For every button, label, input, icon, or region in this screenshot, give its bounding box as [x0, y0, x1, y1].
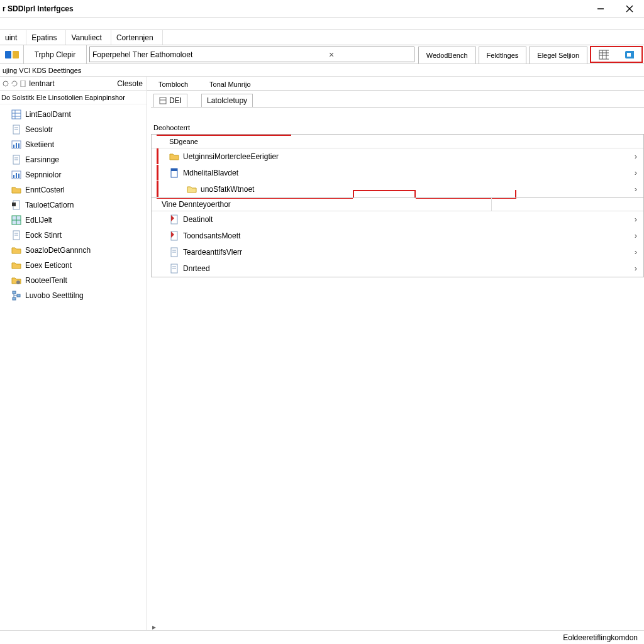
- sidebar-item[interactable]: LintEaolDarnt: [0, 107, 147, 122]
- highlight-marker: [414, 190, 416, 197]
- sidebar-item[interactable]: TauloetCatlorn: [0, 197, 147, 213]
- window-title: r SDDlprl Interfgces: [0, 4, 74, 13]
- svg-rect-11: [627, 53, 631, 57]
- chevron-right-icon[interactable]: ›: [628, 264, 643, 273]
- svg-rect-43: [13, 297, 16, 300]
- highlight-marker: [353, 190, 354, 197]
- scroll-indicator-icon[interactable]: ▸: [151, 624, 157, 630]
- highlight-marker: [157, 135, 291, 136]
- status-text: Eoldeeretiflingkomdon: [563, 633, 638, 642]
- sidebar-header: Ientnart Clesote: [0, 77, 147, 91]
- sidebar-item[interactable]: Sepnniolor: [0, 167, 147, 182]
- main-tab[interactable]: Tonal Munrijo: [204, 79, 255, 90]
- history-dropdown[interactable]: Trphp Clepir: [24, 45, 87, 64]
- sidebar-item[interactable]: Eoex Eeticont: [0, 258, 147, 273]
- section1-panel: SDgeane UetginnsiMortercIeeEerigtier›Mdh…: [151, 134, 644, 277]
- sidebar-item[interactable]: Luvobo Seetttilng: [0, 288, 147, 303]
- sidebar-item-label: Eock Stinrt: [25, 231, 62, 240]
- row-label: MdhelitalBlavdet: [183, 169, 238, 177]
- title-bar: r SDDlprl Interfgces: [0, 0, 644, 18]
- address-text: Foperpehel Ther Eathomoloet: [92, 50, 252, 59]
- sidebar-item[interactable]: Earsinnge: [0, 152, 147, 167]
- sidebar-item[interactable]: Seoslotr: [0, 122, 147, 137]
- menu-item[interactable]: Epatins: [26, 30, 66, 45]
- chevron-right-icon[interactable]: ›: [628, 168, 643, 177]
- sidebar-item-label: LintEaolDarnt: [25, 110, 71, 119]
- sub-tab[interactable]: Latolcletupy: [201, 94, 253, 107]
- main-tab[interactable]: Tombloch: [153, 79, 193, 90]
- sidebar-item[interactable]: SoazloDetGannnch: [0, 243, 147, 258]
- folder-gear-icon: [11, 275, 21, 286]
- list-row[interactable]: Deatinolt›: [152, 211, 643, 228]
- bars-icon: [11, 170, 21, 180]
- clear-address-icon[interactable]: ×: [252, 50, 411, 60]
- row-label: ToondsantsMoett: [183, 231, 240, 240]
- row-label: Dnrteed: [183, 264, 210, 273]
- list-row[interactable]: UetginnsiMortercIeeEerigtier›: [152, 148, 643, 165]
- sidebar-item[interactable]: Eock Stinrt: [0, 228, 147, 243]
- close-button[interactable]: [615, 0, 644, 18]
- sidebar-tree: LintEaolDarntSeoslotrSketiientEarsinngeS…: [0, 104, 147, 306]
- collapse-icon[interactable]: [3, 80, 9, 87]
- highlighted-toolbar-group: [590, 46, 643, 63]
- row-label: Deatinolt: [183, 215, 213, 224]
- row-label: TeardeanttifsVlerr: [183, 248, 242, 257]
- tab-feldtinges[interactable]: Feldtlnges: [479, 47, 527, 64]
- minimize-button[interactable]: [586, 0, 615, 18]
- chevron-right-icon[interactable]: ›: [628, 231, 643, 240]
- tab-workbench[interactable]: WedodBench: [418, 47, 476, 64]
- sidebar-item-label: Sepnniolor: [25, 170, 61, 179]
- svg-rect-3: [5, 51, 11, 58]
- breadcrumb: ujing VCl KDS Deettinges: [0, 64, 644, 77]
- tree-icon: [11, 291, 21, 301]
- nav-back-icon[interactable]: [0, 45, 24, 64]
- sidebar-item-label: SoazloDetGannnch: [25, 246, 91, 255]
- list-row[interactable]: unoSfatkWtnoet›: [152, 181, 643, 197]
- sidebar-item-label: EnntCosterl: [25, 186, 65, 194]
- svg-rect-47: [171, 169, 177, 171]
- bars-icon: [11, 140, 21, 150]
- svg-rect-31: [18, 174, 19, 178]
- row-label: UetginnsiMortercIeeEerigtier: [183, 152, 279, 161]
- sidebar-item-label: RooteelTenlt: [25, 276, 67, 285]
- sidebar-item[interactable]: EdLlJelt: [0, 213, 147, 228]
- toolbar-row: Trphp Clepir Foperpehel Ther Eathomoloet…: [0, 45, 644, 64]
- list-row[interactable]: ToondsantsMoett›: [152, 228, 643, 244]
- doc-icon: [11, 125, 21, 135]
- sidebar-header-right[interactable]: Clesote: [117, 79, 143, 88]
- menu-item[interactable]: uint: [0, 30, 26, 45]
- menu-item[interactable]: Vanuliect: [66, 30, 111, 45]
- chevron-right-icon[interactable]: ›: [628, 247, 643, 257]
- list-row[interactable]: TeardeanttifsVlerr›: [152, 244, 643, 260]
- chevron-right-icon[interactable]: ›: [628, 184, 643, 194]
- sidebar-item[interactable]: EnntCosterl: [0, 182, 147, 197]
- svg-rect-4: [13, 51, 19, 58]
- main-area: Tombloch Tonal Munrijo DEI Latolcletupy …: [147, 77, 644, 630]
- column-header[interactable]: SDgeane: [152, 135, 643, 148]
- menu-item[interactable]: Cortennjen: [111, 30, 163, 45]
- svg-rect-42: [17, 294, 20, 297]
- row-label: unoSfatkWtnoet: [201, 185, 254, 194]
- chevron-right-icon[interactable]: ›: [628, 152, 643, 161]
- svg-rect-5: [599, 50, 609, 59]
- body-split: Ientnart Clesote Do Solstitk Ele Linsoti…: [0, 77, 644, 630]
- svg-point-40: [16, 280, 20, 284]
- grid-blue-icon: [11, 215, 21, 225]
- folder-icon: [11, 260, 21, 270]
- tab-elegel[interactable]: Elegel Seljion: [529, 47, 587, 64]
- sidebar-item-label: Luvobo Seetttilng: [25, 291, 84, 300]
- chevron-right-icon[interactable]: ›: [628, 214, 643, 224]
- svg-rect-41: [13, 291, 16, 294]
- refresh-icon[interactable]: [11, 80, 18, 87]
- sidebar-item-label: EdLlJelt: [25, 216, 52, 225]
- svg-rect-29: [13, 175, 14, 178]
- list-row[interactable]: MdhelitalBlavdet›: [152, 165, 643, 181]
- address-bar[interactable]: Foperpehel Ther Eathomoloet ×: [89, 47, 414, 62]
- package-view-icon[interactable]: [616, 50, 641, 60]
- sidebar-item[interactable]: Sketiient: [0, 137, 147, 152]
- list-row[interactable]: Dnrteed›: [152, 260, 643, 277]
- sub-tab[interactable]: DEI: [153, 94, 187, 107]
- sidebar-item[interactable]: RooteelTenlt: [0, 273, 147, 288]
- svg-rect-23: [16, 143, 17, 148]
- grid-view-icon[interactable]: [591, 50, 616, 60]
